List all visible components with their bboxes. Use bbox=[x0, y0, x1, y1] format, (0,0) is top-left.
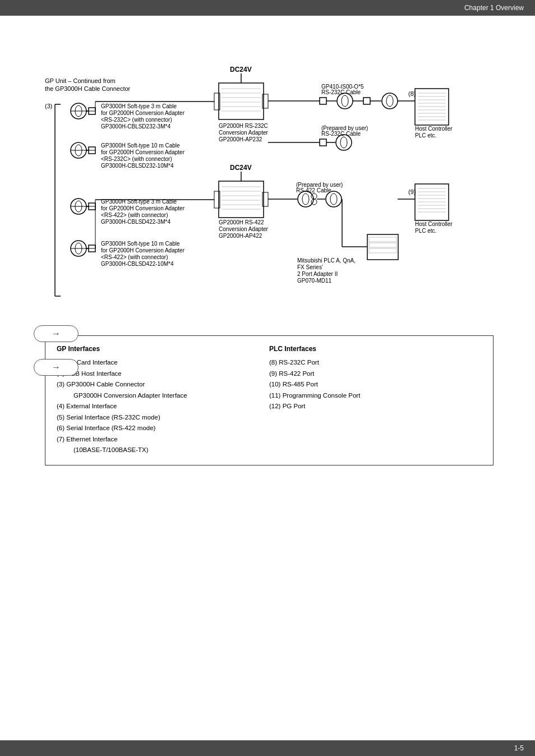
mitsubishi-label3: 2 Port Adapter II bbox=[297, 271, 338, 277]
nav-button-1[interactable]: → bbox=[34, 325, 79, 342]
plc-if-10: (10) RS-485 Port bbox=[269, 379, 482, 390]
mitsubishi-label2: FX Series' bbox=[297, 264, 323, 270]
main-content: GP Unit – Continued from the GP3000H Cab… bbox=[0, 16, 535, 477]
svg-point-58 bbox=[386, 95, 393, 107]
plc-if-12: (12) PG Port bbox=[269, 401, 482, 412]
diagram-area: GP Unit – Continued from the GP3000H Cab… bbox=[22, 27, 510, 330]
nav-arrow-1: → bbox=[52, 329, 61, 339]
plc-interfaces-col: PLC Interfaces (8) RS-232C Port (9) RS-4… bbox=[269, 345, 482, 456]
gp-interfaces-col: GP Interfaces (1) CF Card Interface (2) … bbox=[57, 345, 269, 456]
plc-if-8: (8) RS-232C Port bbox=[269, 357, 482, 368]
host2-label: Host Controller bbox=[415, 221, 453, 227]
host1-label2: PLC etc. bbox=[415, 132, 436, 139]
gp-if-4: (4) External Interface bbox=[57, 401, 269, 412]
gp-interfaces-title: GP Interfaces bbox=[57, 345, 269, 353]
svg-rect-70 bbox=[320, 139, 326, 146]
adapter2-name2: Conversion Adapter bbox=[219, 226, 269, 232]
cable4-line2: for GP2000H Conversion Adapter bbox=[101, 247, 185, 253]
rs232c-cable2: RS-232C Cable bbox=[321, 131, 361, 137]
interface-table: GP Interfaces (1) CF Card Interface (2) … bbox=[45, 335, 494, 465]
gp-if-5: (5) Serial Interface (RS-232C mode) bbox=[57, 412, 269, 423]
rs422-cable: RS-422 Cable bbox=[296, 187, 331, 193]
cable2-line1: GP3000H Soft-type 10 m Cable bbox=[101, 142, 180, 149]
svg-point-53 bbox=[342, 95, 348, 107]
dc24v-1: DC24V bbox=[230, 66, 252, 73]
diagram-svg: GP Unit – Continued from the GP3000H Cab… bbox=[22, 27, 510, 330]
gp-unit-label: GP Unit – Continued from bbox=[45, 77, 116, 84]
cable1-line3: <RS-232C> (with connector) bbox=[101, 117, 172, 123]
gp-if-1: (1) CF Card Interface bbox=[57, 357, 269, 368]
cable3-line2: for GP2000H Conversion Adapter bbox=[101, 205, 185, 211]
nav-arrow-2: → bbox=[52, 362, 61, 372]
page-number: 1-5 bbox=[514, 744, 524, 752]
rs232c-cable1: RS-232C Cable bbox=[321, 89, 361, 95]
svg-rect-93 bbox=[367, 234, 398, 260]
plc-if-9: (9) RS-422 Port bbox=[269, 368, 482, 380]
svg-point-73 bbox=[340, 137, 347, 148]
adapter1-name2: Conversion Adapter bbox=[219, 130, 269, 136]
host1-label: Host Controller bbox=[415, 126, 453, 132]
svg-rect-59 bbox=[415, 89, 449, 125]
svg-point-78 bbox=[311, 193, 317, 199]
gp-if-6: (6) Serial Interface (RS-422 mode) bbox=[57, 423, 269, 434]
node3-label: (3) bbox=[45, 103, 52, 109]
cable4-line3: <RS-422> (with connector) bbox=[101, 254, 168, 260]
nav-buttons: → → bbox=[34, 325, 79, 393]
bottom-bar: 1-5 bbox=[0, 740, 535, 756]
header-bar: Chapter 1 Overview bbox=[0, 0, 535, 16]
cable2-line4: GP3000H-CBLSD232-10M*4 bbox=[101, 163, 174, 169]
svg-rect-95 bbox=[369, 243, 396, 247]
adapter1-name: GP2000H RS-232C bbox=[219, 123, 268, 129]
cable1-line2: for GP2000H Conversion Adapter bbox=[101, 110, 185, 116]
gp-if-3b: GP3000H Conversion Adapter Interface bbox=[57, 390, 269, 402]
cable3-line4: GP3000H-CBLSD422-3M*4 bbox=[101, 219, 170, 225]
svg-rect-55 bbox=[363, 98, 370, 104]
dc24v-2: DC24V bbox=[230, 164, 252, 172]
gp-if-7b: (10BASE-T/100BASE-TX) bbox=[57, 445, 269, 456]
gp-unit-label2: the GP3000H Cable Connector bbox=[45, 85, 131, 92]
cable2-line3: <RS-232C> (with connector) bbox=[101, 156, 172, 162]
chapter-title: Chapter 1 Overview bbox=[464, 4, 524, 12]
gp-if-2: (2) USB Host Interface bbox=[57, 368, 269, 380]
rs422-cableb: (Prepared by user) bbox=[296, 182, 343, 188]
adapter2-part: GP2000H-AP422 bbox=[219, 233, 262, 239]
svg-rect-94 bbox=[369, 237, 396, 242]
svg-point-79 bbox=[311, 199, 317, 205]
cable2-line2: for GP2000H Conversion Adapter bbox=[101, 149, 185, 155]
cable1-line4: GP3000H-CBLSD232-3M*4 bbox=[101, 123, 170, 130]
svg-rect-83 bbox=[415, 184, 449, 220]
plc-if-11: (11) Programming Console Port bbox=[269, 390, 482, 402]
cable1-line1: GP3000H Soft-type 3 m Cable bbox=[101, 103, 177, 109]
svg-point-82 bbox=[330, 193, 337, 205]
rs232c-cable1b: GP410-IS00-O*5 bbox=[321, 84, 364, 90]
plc-interfaces-title: PLC Interfaces bbox=[269, 345, 482, 353]
gp-if-7: (7) Ethernet Interface bbox=[57, 434, 269, 445]
svg-rect-96 bbox=[369, 248, 396, 253]
svg-point-77 bbox=[302, 193, 309, 205]
adapter1-part: GP2000H-AP232 bbox=[219, 136, 262, 142]
cable4-line4: GP3000H-CBLSD422-10M*4 bbox=[101, 261, 174, 267]
cable4-line1: GP3000H Soft-type 10 m Cable bbox=[101, 241, 180, 247]
cable3-line3: <RS-422> (with connector) bbox=[101, 212, 168, 218]
host2-label2: PLC etc. bbox=[415, 228, 436, 234]
gp-if-3: (3) GP3000H Cable Connector bbox=[57, 379, 269, 390]
mitsubishi-label4: GP070-MD11 bbox=[297, 278, 332, 284]
svg-rect-50 bbox=[320, 98, 326, 104]
mitsubishi-label1: Mitsubishi PLC A, QnA, bbox=[297, 257, 356, 264]
adapter2-name: GP2000H RS-422 bbox=[219, 219, 264, 225]
nav-button-2[interactable]: → bbox=[34, 359, 79, 376]
rs232c-cable2b: (Prepared by user) bbox=[321, 125, 368, 131]
